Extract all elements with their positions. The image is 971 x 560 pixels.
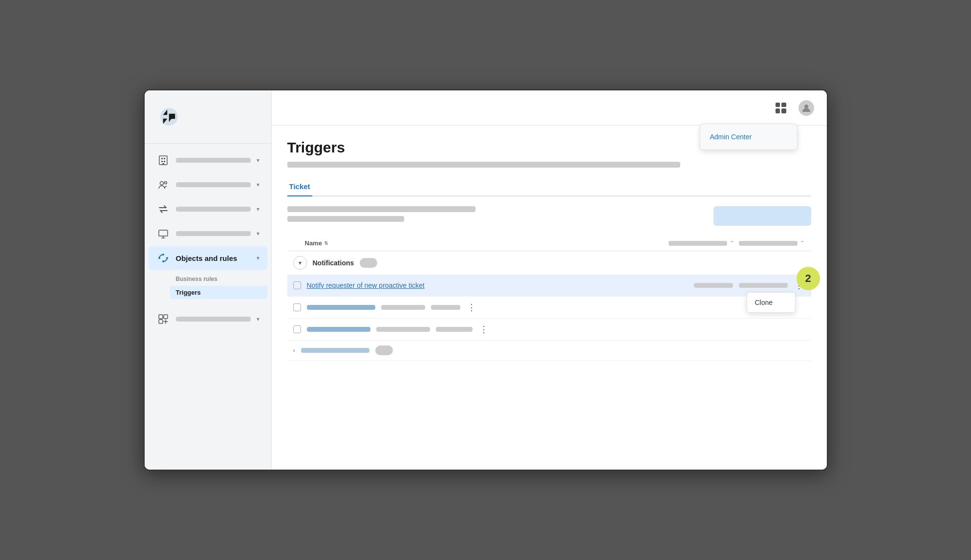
admin-center-link[interactable]: Admin Center [700,128,797,146]
chevron-down-icon-5: ▾ [257,255,259,261]
svg-rect-13 [159,315,163,319]
content-body: Triggers Ticket [272,126,827,470]
svg-rect-3 [161,161,163,162]
step-badge-2: 2 [797,267,820,290]
tab-ticket[interactable]: Ticket [287,177,312,196]
row-more-button-2[interactable]: ⋮ [466,302,478,313]
topbar: Admin Center [272,90,827,126]
sidebar-subnav: Business rules Triggers [145,271,271,302]
table-header-row: Name ⇅ [287,236,811,251]
expand-toggle[interactable] [375,345,393,355]
expand-name-bar [301,348,369,353]
add-apps-icon [156,312,170,326]
admin-center-dropdown: Admin Center [700,124,798,150]
row-checkbox-3[interactable] [293,325,301,333]
meta-bar-3b [436,327,473,332]
sidebar: ▾ ▾ [145,90,272,470]
building-icon [156,153,170,167]
clone-context-menu: Clone [747,292,796,313]
triggers-table: Name ⇅ ▾ Notifications [287,236,811,361]
notifications-group-row: ▾ Notifications [287,251,811,275]
expand-group-button[interactable]: ▾ [293,256,307,270]
sort-icon: ⇅ [324,240,328,246]
chevron-down-icon-6: ▾ [257,316,259,323]
svg-rect-4 [164,161,165,162]
meta-bar-2b [431,305,460,310]
arrows-icon [156,202,170,216]
col-header-2[interactable] [669,241,727,246]
search-bar-2 [287,216,405,222]
table-row: Notify requester of new proactive ticket… [287,275,811,297]
zendesk-logo [156,104,182,129]
row-meta-1 [694,283,788,288]
chevron-down-icon: ▾ [257,157,259,164]
people-icon [156,178,170,192]
row-meta-2 [381,305,460,310]
chevron-down-icon-4: ▾ [257,230,259,237]
search-action-row [287,206,811,226]
sidebar-item-apps-bar [176,317,251,322]
svg-point-7 [164,182,167,184]
col-name-label: Name [305,239,322,247]
search-bar-1 [287,206,475,212]
objects-icon [156,251,170,265]
search-bars [287,206,706,222]
user-profile-icon [798,100,814,116]
row-meta-3 [376,327,473,332]
sidebar-item-workflows[interactable]: ▾ [149,197,267,221]
sidebar-item-apps[interactable]: ▾ [149,307,267,331]
svg-rect-14 [164,315,168,319]
title-subbar [287,162,680,168]
col-header-name[interactable]: Name ⇅ [305,239,665,247]
row-actions-2: ⋮ [466,302,478,313]
sidebar-item-spaces[interactable]: ▾ [149,149,267,172]
meta-bar-1a [694,283,733,288]
svg-point-16 [804,105,808,108]
sidebar-subnav-section: Business rules [170,273,271,285]
svg-rect-15 [159,320,163,323]
expand-row-chevron[interactable]: › [293,347,295,354]
svg-point-6 [160,182,163,185]
apps-grid-icon [776,103,786,113]
monitor-icon [156,227,170,240]
main-content: Admin Center Triggers Ticket [272,90,827,470]
col-header-3[interactable] [739,241,798,246]
svg-rect-5 [162,163,164,165]
sidebar-nav: ▾ ▾ [145,144,271,470]
sidebar-item-devices-bar [176,231,251,236]
svg-rect-8 [159,230,168,236]
row-name-bar-3 [307,327,370,332]
chevron-down-icon-3: ▾ [257,206,259,213]
row-checkbox-1[interactable] [293,281,301,289]
apps-menu-button[interactable] [772,99,790,117]
logo-area [145,90,271,144]
group-label: Notifications [313,259,354,267]
row-actions-3: ⋮ [478,323,490,335]
meta-bar-3a [376,327,430,332]
table-row-2: ⋮ [287,297,811,319]
sidebar-subnav-triggers[interactable]: Triggers [170,286,267,299]
table-row-3: ⋮ [287,319,811,341]
svg-rect-1 [161,158,163,159]
row-name-bar-2 [307,305,375,310]
svg-point-11 [158,257,160,259]
user-avatar[interactable] [798,99,815,117]
meta-bar-1b [739,283,788,288]
action-button[interactable] [713,206,811,226]
row-name-link-1[interactable]: Notify requester of new proactive ticket [307,281,688,289]
sidebar-item-objects[interactable]: Objects and rules ▾ [149,246,267,270]
sidebar-item-workflows-bar [176,207,251,212]
sidebar-item-people-bar [176,182,251,187]
svg-point-12 [166,257,168,259]
group-toggle[interactable] [360,258,377,268]
svg-point-10 [162,260,164,262]
row-more-button-3[interactable]: ⋮ [478,323,490,335]
row-checkbox-2[interactable] [293,303,301,311]
svg-rect-2 [164,158,165,159]
sidebar-item-spaces-bar [176,158,251,163]
chevron-down-icon-2: ▾ [257,181,259,188]
meta-bar-2a [381,305,425,310]
sidebar-item-people[interactable]: ▾ [149,173,267,196]
clone-menu-item[interactable]: Clone [747,295,795,310]
sidebar-item-devices[interactable]: ▾ [149,222,267,245]
